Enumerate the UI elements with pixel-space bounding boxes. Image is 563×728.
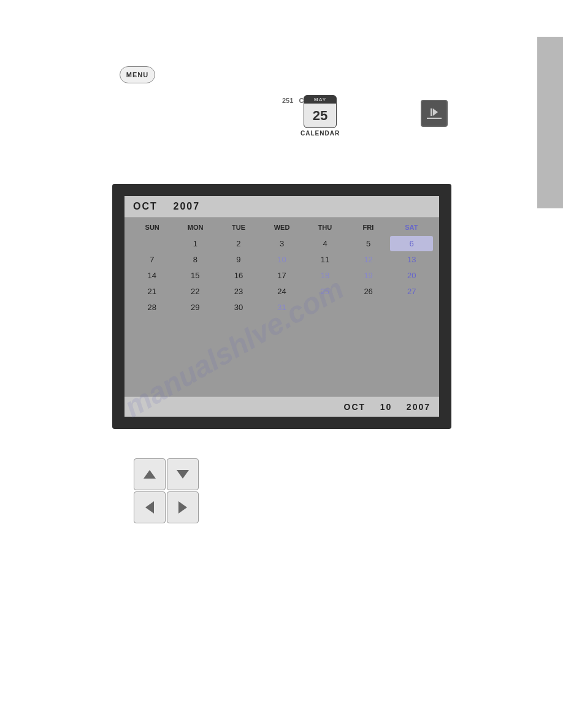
sidebar-bar [537,37,563,208]
calendar-year: 2007 [174,201,201,211]
table-row: 5 [347,236,390,251]
calendar-icon-day: 25 [304,104,336,127]
table-row: 6 [390,236,433,251]
day-header-mon: MON [174,221,216,233]
table-row: 23 [217,284,260,299]
skip-bar [431,108,432,116]
skip-button[interactable] [421,100,448,127]
calendar-screen: OCT 2007 SUN MON TUE WED THU FRI SAT 1 2… [112,184,451,429]
calendar-grid: 1 2 3 4 5 6 7 8 9 10 11 12 13 14 15 16 1… [131,236,433,315]
table-row: 28 [131,300,174,315]
footer-year: 2007 [407,402,431,412]
menu-button[interactable]: MENU [120,66,155,83]
table-row: 4 [304,236,347,251]
calendar-icon-container[interactable]: MAY 25 CALENDAR [301,95,340,137]
footer-month: OCT [344,402,366,412]
table-row: 3 [261,236,304,251]
table-row: 17 [261,268,304,283]
table-row: 27 [390,284,433,299]
nav-right-button[interactable] [167,491,199,523]
calendar-grid-area: SUN MON TUE WED THU FRI SAT 1 2 3 4 5 6 … [124,218,439,396]
calendar-days-header: SUN MON TUE WED THU FRI SAT [131,221,433,233]
day-header-thu: THU [304,221,347,233]
table-row: 20 [390,268,433,283]
skip-triangle [433,108,438,116]
table-row: 21 [131,284,174,299]
table-row: 13 [390,252,433,267]
table-row [304,300,347,315]
table-row: 9 [217,252,260,267]
footer-day: 10 [380,402,393,412]
table-row: 19 [347,268,390,283]
day-header-sun: SUN [131,221,174,233]
day-header-tue: TUE [217,221,260,233]
table-row: 29 [174,300,217,315]
table-row [390,300,433,315]
calendar-icon: MAY 25 [304,95,337,128]
table-row: 7 [131,252,174,267]
table-row: 11 [304,252,347,267]
table-row: 15 [174,268,217,283]
table-row: 10 [261,252,304,267]
nav-up-button[interactable] [134,458,166,490]
calendar-inner: OCT 2007 SUN MON TUE WED THU FRI SAT 1 2… [124,196,439,417]
table-row [131,236,174,251]
table-row: 24 [261,284,304,299]
nav-arrows [134,458,199,523]
calendar-month-header: OCT 2007 [124,196,439,218]
skip-icon [431,108,438,116]
table-row: 12 [347,252,390,267]
nav-left-button[interactable] [134,491,166,523]
table-row: 22 [174,284,217,299]
day-header-wed: WED [260,221,303,233]
table-row: 16 [217,268,260,283]
calendar-icon-month: MAY [304,96,336,104]
day-header-fri: FRI [347,221,389,233]
table-row: 14 [131,268,174,283]
table-row: 18 [304,268,347,283]
table-row: 1 [174,236,217,251]
skip-line [427,118,442,119]
calendar-footer: OCT 10 2007 [124,396,439,417]
calendar-month: OCT [133,201,158,211]
table-row: 8 [174,252,217,267]
table-row [347,300,390,315]
table-row: 2 [217,236,260,251]
nav-down-button[interactable] [167,458,199,490]
table-row: 31 [261,300,304,315]
table-row: 26 [347,284,390,299]
calendar-icon-label: CALENDAR [301,130,340,137]
table-row: 25 [304,284,347,299]
table-row: 30 [217,300,260,315]
page-num: 251 [282,97,293,104]
day-header-sat: SAT [390,221,433,233]
